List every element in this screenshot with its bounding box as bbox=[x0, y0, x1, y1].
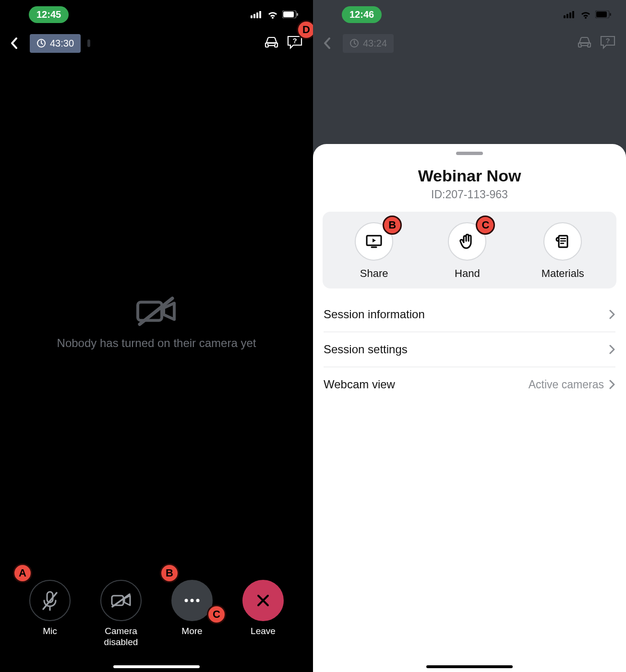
materials-icon bbox=[554, 233, 571, 250]
back-button[interactable] bbox=[323, 36, 336, 50]
svg-rect-6 bbox=[297, 13, 298, 16]
hand-icon bbox=[459, 233, 475, 250]
session-information-item[interactable]: Session information bbox=[324, 297, 615, 332]
session-timer[interactable]: 43:24 bbox=[343, 34, 394, 53]
timer-extra bbox=[87, 39, 90, 47]
status-time-pill[interactable]: 12:46 bbox=[342, 6, 382, 23]
svg-rect-23 bbox=[572, 11, 574, 18]
wifi-icon bbox=[580, 10, 591, 19]
bottom-controls: A Mic Camera disabled B bbox=[0, 580, 313, 648]
battery-icon bbox=[595, 11, 612, 18]
cellular-icon bbox=[564, 11, 576, 18]
svg-point-17 bbox=[185, 599, 188, 602]
sheet-session-id: ID:207-113-963 bbox=[313, 188, 626, 201]
clock-icon bbox=[349, 38, 359, 48]
session-timer[interactable]: 43:30 bbox=[30, 34, 81, 53]
screen-call: 12:45 43:30 ? D bbox=[0, 0, 313, 672]
svg-marker-32 bbox=[373, 239, 376, 242]
car-icon[interactable] bbox=[576, 35, 593, 52]
share-screen-icon bbox=[365, 234, 383, 249]
svg-rect-26 bbox=[610, 13, 611, 16]
svg-text:?: ? bbox=[292, 36, 297, 45]
materials-action[interactable]: Materials bbox=[542, 222, 584, 280]
sheet-grabber[interactable] bbox=[456, 152, 483, 155]
more-button[interactable]: B C More bbox=[171, 580, 213, 637]
marker-b: B bbox=[160, 564, 179, 583]
home-indicator[interactable] bbox=[426, 665, 513, 668]
camera-button[interactable]: Camera disabled bbox=[100, 580, 142, 648]
screen-sheet: 12:46 43:24 ? Web bbox=[313, 0, 626, 672]
status-indicators bbox=[564, 10, 612, 19]
nav-bar: 43:30 ? D bbox=[0, 29, 313, 58]
menu-item-label: Session information bbox=[324, 308, 425, 321]
svg-point-18 bbox=[191, 599, 194, 602]
mic-button[interactable]: A Mic bbox=[29, 580, 71, 637]
svg-rect-2 bbox=[256, 12, 258, 18]
sheet-title: Webinar Now bbox=[313, 167, 626, 185]
hand-action[interactable]: C Hand bbox=[448, 222, 486, 280]
svg-rect-3 bbox=[259, 11, 261, 18]
clock-icon bbox=[36, 38, 46, 48]
more-label: More bbox=[181, 626, 202, 637]
svg-rect-20 bbox=[564, 15, 566, 18]
marker-b-sheet: B bbox=[383, 216, 402, 235]
car-icon[interactable] bbox=[263, 35, 280, 52]
status-time-pill[interactable]: 12:45 bbox=[29, 6, 69, 23]
svg-rect-21 bbox=[566, 14, 568, 18]
nav-bar: 43:24 ? bbox=[313, 29, 626, 58]
materials-label: Materials bbox=[542, 267, 584, 280]
session-settings-item[interactable]: Session settings bbox=[324, 332, 615, 367]
chevron-right-icon bbox=[609, 344, 615, 355]
svg-point-19 bbox=[196, 599, 200, 602]
svg-text:?: ? bbox=[605, 36, 610, 45]
mic-off-icon bbox=[40, 590, 60, 611]
marker-c: C bbox=[207, 605, 226, 624]
camera-label: Camera disabled bbox=[104, 626, 138, 648]
status-bar: 12:46 bbox=[313, 0, 626, 29]
chevron-right-icon bbox=[609, 379, 615, 390]
status-indicators bbox=[251, 10, 299, 19]
mic-label: Mic bbox=[43, 626, 57, 637]
svg-rect-22 bbox=[569, 12, 571, 18]
camera-off-icon bbox=[110, 592, 132, 609]
back-button[interactable] bbox=[10, 36, 23, 50]
menu-item-label: Session settings bbox=[324, 343, 408, 356]
svg-point-8 bbox=[267, 44, 268, 45]
svg-rect-25 bbox=[596, 12, 607, 17]
hand-label: Hand bbox=[455, 267, 480, 280]
menu-item-label: Webcam view bbox=[324, 378, 395, 391]
marker-c-sheet: C bbox=[476, 216, 495, 235]
svg-rect-1 bbox=[253, 14, 255, 18]
marker-d: D bbox=[297, 20, 313, 39]
camera-off-icon bbox=[135, 296, 178, 327]
timer-text: 43:24 bbox=[363, 38, 387, 49]
chevron-right-icon bbox=[609, 309, 615, 320]
status-bar: 12:45 bbox=[0, 0, 313, 29]
cellular-icon bbox=[251, 11, 263, 18]
svg-rect-0 bbox=[251, 15, 253, 18]
help-chat-icon[interactable]: ? bbox=[600, 35, 616, 52]
svg-point-29 bbox=[587, 44, 589, 45]
svg-point-28 bbox=[580, 44, 581, 45]
menu-item-value: Active cameras bbox=[529, 378, 604, 391]
svg-rect-5 bbox=[283, 12, 294, 17]
marker-a: A bbox=[13, 564, 32, 583]
more-sheet: Webinar Now ID:207-113-963 B Share C bbox=[313, 144, 626, 672]
close-icon bbox=[255, 592, 271, 609]
share-label: Share bbox=[360, 267, 388, 280]
webcam-view-item[interactable]: Webcam view Active cameras bbox=[324, 367, 615, 402]
menu-list: Session information Session settings Web… bbox=[313, 297, 626, 402]
timer-text: 43:30 bbox=[50, 38, 74, 49]
dots-icon bbox=[182, 598, 202, 603]
action-tray: B Share C Hand bbox=[323, 212, 616, 288]
empty-state-text: Nobody has turned on their camera yet bbox=[0, 336, 313, 350]
home-indicator[interactable] bbox=[113, 665, 200, 668]
svg-point-9 bbox=[274, 44, 276, 45]
share-action[interactable]: B Share bbox=[355, 222, 393, 280]
wifi-icon bbox=[267, 10, 278, 19]
leave-button[interactable]: Leave bbox=[242, 580, 284, 637]
battery-icon bbox=[282, 11, 299, 18]
leave-label: Leave bbox=[251, 626, 276, 637]
empty-state: Nobody has turned on their camera yet bbox=[0, 296, 313, 350]
